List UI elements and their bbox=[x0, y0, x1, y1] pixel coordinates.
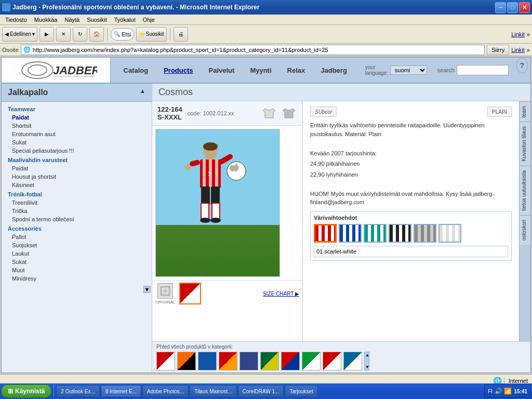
menu-edit[interactable]: Muokkaa bbox=[31, 16, 61, 23]
taskbar-btn-photoshop[interactable]: Adobe Photos... bbox=[142, 385, 189, 397]
sidebar-item-sukat1[interactable]: Sukat bbox=[2, 138, 152, 147]
nav-search-area: search bbox=[432, 58, 514, 83]
swatch-blue-white[interactable] bbox=[339, 224, 362, 243]
nav-products[interactable]: Products bbox=[156, 66, 201, 74]
nav-palvelut[interactable]: Palvelut bbox=[201, 66, 243, 74]
menu-help[interactable]: Ohje bbox=[140, 16, 158, 23]
product-thumbnail[interactable] bbox=[179, 283, 201, 304]
website: JADBERG Catalog Products Palvelut Myynti… bbox=[1, 57, 531, 373]
address-input[interactable] bbox=[33, 47, 482, 53]
swatch-teal-white[interactable] bbox=[364, 224, 387, 243]
bottom-scroll[interactable]: ▲ ▼ bbox=[364, 352, 369, 370]
bottom-thumb-9[interactable] bbox=[323, 352, 341, 370]
help-button[interactable]: ? bbox=[516, 58, 528, 73]
product-left-panel: 122-164 S-XXXL code: 1002.012.xx bbox=[152, 101, 303, 341]
bottom-thumb-10[interactable] bbox=[343, 352, 362, 370]
stop-button[interactable]: ✕ bbox=[56, 27, 71, 42]
nav-catalog[interactable]: Catalog bbox=[116, 66, 156, 74]
toolbar-expand[interactable]: » bbox=[527, 31, 530, 37]
address-box[interactable]: 🌐 bbox=[21, 45, 485, 55]
bottom-thumb-7[interactable] bbox=[281, 352, 300, 370]
bottom-thumb-2[interactable] bbox=[177, 352, 196, 370]
color-section-title: Värivaihtoehdot bbox=[314, 215, 508, 221]
lang-select[interactable]: suomi English Deutsch bbox=[390, 65, 427, 75]
sidebar-item-special[interactable]: Special peliasutarjous !!! bbox=[2, 147, 152, 155]
sidebar-category-accessories[interactable]: Accessories bbox=[2, 223, 152, 233]
swatch-dark-white[interactable] bbox=[389, 224, 411, 243]
maximize-button[interactable]: □ bbox=[507, 2, 518, 13]
product-thumb-bar: ORIGINAL SIZE CHART ▶ bbox=[152, 280, 302, 307]
taskbar-btn-outlook[interactable]: 2 Outlook Ex... bbox=[56, 385, 100, 397]
sidebar-category-trenik[interactable]: Trénik-fotbal bbox=[2, 189, 152, 198]
bottom-thumb-6[interactable] bbox=[260, 352, 279, 370]
taskbar-btn-tilaus[interactable]: Tilaus Mainost... bbox=[190, 385, 236, 397]
forward-button[interactable]: ▶ bbox=[39, 27, 54, 42]
nav-relax[interactable]: Relax bbox=[280, 66, 313, 74]
taskbar-sep bbox=[54, 385, 54, 397]
sidebar-item-treeniliivit[interactable]: Treeniliivit bbox=[2, 198, 152, 207]
favorites-button[interactable]: ⭐ Suosikit bbox=[136, 27, 167, 42]
sidebar-item-housut[interactable]: Housut ja shortsit bbox=[2, 172, 152, 181]
menu-tools[interactable]: Työkalut bbox=[111, 16, 139, 23]
taskbar-btn-ie[interactable]: 8 Internet E... bbox=[101, 385, 141, 397]
vtab-tietoa[interactable]: tietoa uutuuksista bbox=[520, 166, 530, 215]
svg-rect-11 bbox=[215, 159, 218, 188]
bottom-thumb-4[interactable] bbox=[219, 352, 237, 370]
nav-jadberg[interactable]: Jadberg bbox=[313, 66, 355, 74]
back-button[interactable]: ◀ Edellinen ▾ bbox=[2, 27, 37, 42]
sidebar-category-maali[interactable]: Maalivahdin varusteet bbox=[2, 155, 152, 164]
sidebar-item-muut[interactable]: Muut bbox=[2, 266, 152, 274]
bottom-thumb-3[interactable] bbox=[198, 352, 217, 370]
sidebar-item-kasineet[interactable]: Käsineet bbox=[2, 181, 152, 189]
menu-view[interactable]: Näytä bbox=[61, 16, 83, 23]
sidebar-item-tricka[interactable]: Trička bbox=[2, 207, 152, 215]
sidebar-item-erotuomarin[interactable]: Erotuomarin asut bbox=[2, 130, 152, 138]
sidebar-item-paidat1[interactable]: Paidat bbox=[2, 113, 152, 122]
search-input[interactable] bbox=[457, 65, 509, 75]
svg-point-1 bbox=[28, 65, 47, 75]
links-button[interactable]: Linkit bbox=[511, 47, 525, 53]
original-thumb[interactable]: ORIGINAL bbox=[155, 283, 175, 304]
desc-line-1: Erittäin tyylikäs vaihtoehto perinteisil… bbox=[310, 121, 512, 138]
bottom-thumb-5[interactable] bbox=[240, 352, 258, 370]
sidebar-item-paidat2[interactable]: Paidat bbox=[2, 164, 152, 172]
menu-favorites[interactable]: Suosikit bbox=[84, 16, 110, 23]
start-button[interactable]: ⊞ Käynnistä bbox=[1, 384, 51, 398]
color-name-input[interactable] bbox=[314, 246, 508, 257]
close-button[interactable]: ✕ bbox=[519, 2, 530, 13]
lang-indicator: FI bbox=[488, 389, 493, 394]
desc-line-2: Kevään 2007 tarjoushinta: bbox=[310, 149, 512, 158]
go-button[interactable]: Siirry bbox=[487, 45, 509, 55]
nav-myynti[interactable]: Myynti bbox=[242, 66, 279, 74]
swatch-red-white[interactable] bbox=[314, 224, 337, 243]
refresh-button[interactable]: ↻ bbox=[73, 27, 87, 42]
sidebar-scroll-down[interactable]: ▼ bbox=[143, 286, 151, 293]
sidebar-item-laukut[interactable]: Laukut bbox=[2, 249, 152, 258]
swatch-gray[interactable] bbox=[414, 224, 436, 243]
minimize-button[interactable]: ─ bbox=[495, 2, 506, 13]
vtab-ostoskori[interactable]: ostoskori bbox=[520, 215, 530, 245]
home-button[interactable]: 🏠 bbox=[89, 27, 104, 42]
svg-text:7: 7 bbox=[208, 171, 211, 177]
vtab-team[interactable]: team bbox=[520, 101, 530, 122]
search-box[interactable]: 🔍 Etsi bbox=[111, 28, 134, 41]
sidebar-item-sukat2[interactable]: Sukat bbox=[2, 258, 152, 266]
bottom-thumb-1[interactable] bbox=[156, 352, 175, 370]
size-chart-link[interactable]: SIZE CHART ▶ bbox=[263, 291, 299, 297]
expand-icon[interactable]: » bbox=[527, 47, 530, 53]
taskbar-btn-tarjoukset[interactable]: Tarjoukset bbox=[285, 385, 318, 397]
sidebar-category-teamwear[interactable]: Teamwear bbox=[2, 104, 152, 113]
bottom-thumb-8[interactable] bbox=[302, 352, 321, 370]
sidebar-item-pallot[interactable]: Pallot bbox=[2, 233, 152, 241]
sidebar-scroll-up[interactable]: ▲ bbox=[140, 88, 145, 94]
sidebar-item-shortsit[interactable]: Shortsit bbox=[2, 122, 152, 130]
taskbar-btn-coreldraw[interactable]: CorelDRAW 1... bbox=[238, 385, 284, 397]
print-button[interactable]: 🖨 bbox=[174, 27, 188, 42]
vtab-kuvaston[interactable]: Kuvaston tilaus bbox=[520, 122, 530, 166]
sidebar-item-suojukset[interactable]: Suojukset bbox=[2, 241, 152, 249]
sidebar-item-spodni[interactable]: Spodní a termo oblečení bbox=[2, 215, 152, 223]
swatch-white[interactable] bbox=[438, 224, 461, 243]
menu-file[interactable]: Tiedosto bbox=[2, 16, 30, 23]
sidebar-item-minidresy[interactable]: Minidresy bbox=[2, 274, 152, 283]
product-image-area: 7 bbox=[152, 126, 302, 280]
